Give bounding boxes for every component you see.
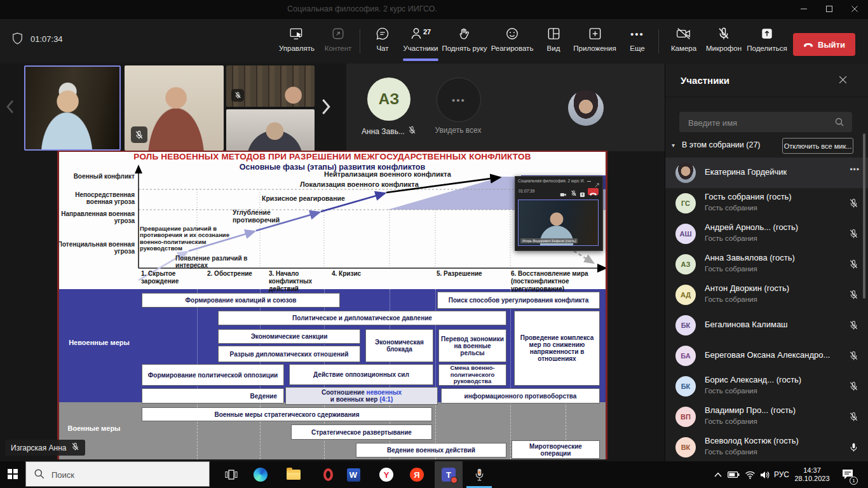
meeting-timer: 01:07:34: [31, 34, 63, 44]
mic-off-icon[interactable]: [849, 259, 858, 272]
toolbar-button-raise-hand-label: Поднять руку: [436, 44, 493, 52]
chevron-down-icon[interactable]: ▾: [672, 142, 675, 149]
toolbar-button-camera[interactable]: Камера: [665, 25, 703, 61]
language-indicator[interactable]: РУС: [774, 470, 789, 479]
avatar-photo[interactable]: [568, 90, 604, 126]
hangup-phone-icon: [803, 40, 813, 50]
participant-row[interactable]: БКБорис Александ... (гость)Гость собрани…: [665, 371, 868, 402]
speaker-icon[interactable]: [757, 467, 773, 482]
slide-border: [606, 151, 607, 459]
panel-scrollbar[interactable]: [863, 133, 865, 299]
participant-name: Гость собрания (гость): [705, 192, 792, 201]
video-tile-3[interactable]: [226, 65, 315, 107]
toolbar-button-view[interactable]: Вид: [539, 25, 568, 61]
pip-share-icon[interactable]: [580, 189, 585, 200]
avatar-anna-zavyalova[interactable]: АЗ: [367, 78, 410, 121]
task-view-icon[interactable]: [224, 467, 239, 482]
windows-taskbar: W Y Я T РУС 14:37 28.10.2023 1: [0, 461, 868, 488]
video-tile-speaker-1[interactable]: [24, 65, 121, 151]
start-button[interactable]: [8, 469, 18, 480]
pip-mic-off-icon[interactable]: [571, 188, 577, 200]
video-tile-4[interactable]: [226, 109, 315, 151]
slide-box-opposition-forming: Формирование политической оппозиции: [142, 364, 284, 386]
participant-avatar: АД: [675, 285, 696, 305]
toolbar-button-react-label: Реагировать: [487, 44, 538, 52]
slide-box-warfare: Ведение военных действий: [356, 443, 506, 458]
participant-name: Андрей Арноль... (гость): [705, 222, 798, 232]
filmstrip-next-icon[interactable]: [320, 98, 332, 118]
opera-browser-icon[interactable]: [320, 467, 336, 482]
participant-row[interactable]: БКБегалинова Калимаш: [665, 310, 868, 341]
window-minimize-button[interactable]: [799, 5, 808, 14]
recorder-app-icon[interactable]: [471, 467, 487, 482]
teams-taskbar-icon[interactable]: T: [435, 461, 463, 488]
video-tile-2[interactable]: [125, 65, 224, 151]
toolbar-button-apps[interactable]: Приложения: [568, 25, 621, 61]
pip-meeting-window[interactable]: Социальная философия. 2 курс И... 01:07:…: [515, 176, 603, 251]
filmstrip-prev-icon[interactable]: [5, 99, 15, 117]
action-center-icon[interactable]: 1: [840, 468, 855, 483]
participant-row[interactable]: ГСГость собрания (гость)Гость собрания: [665, 188, 868, 219]
participant-name: Бегалинова Калимаш: [705, 320, 788, 329]
mic-off-icon[interactable]: [849, 290, 858, 302]
window-close-button[interactable]: [850, 5, 859, 14]
toolbar-button-raise-hand[interactable]: Поднять руку: [436, 25, 493, 61]
yandex-icon[interactable]: Я: [409, 467, 424, 482]
see-all-button[interactable]: •••: [437, 78, 481, 122]
mic-off-icon[interactable]: [849, 412, 858, 424]
leave-button-label: Выйти: [818, 40, 845, 50]
participant-menu-button[interactable]: •••: [850, 165, 860, 174]
participants-count-badge: 27: [423, 28, 431, 36]
nonmilitary-label: Невоенные меры: [58, 339, 140, 346]
word-icon[interactable]: W: [346, 467, 361, 482]
participant-row[interactable]: ВПВладимир Про... (гость)Гость собрания: [665, 402, 868, 432]
file-explorer-icon[interactable]: [286, 467, 301, 482]
wifi-icon[interactable]: [742, 467, 757, 482]
toolbar-button-manage-label: Управлять: [275, 44, 318, 52]
participant-row[interactable]: АДАнтон Дворкин (гость)Гость собрания: [665, 280, 868, 310]
mic-off-icon[interactable]: [849, 198, 858, 211]
mic-off-icon[interactable]: [849, 351, 858, 363]
toolbar-button-manage[interactable]: Управлять: [275, 25, 318, 61]
mic-on-icon[interactable]: [849, 442, 858, 455]
mic-off-icon: [703, 27, 745, 42]
window-maximize-button[interactable]: [825, 5, 834, 14]
participant-row[interactable]: Екатерина Гордейчик•••: [665, 158, 868, 188]
pip-hangup-button[interactable]: [588, 188, 599, 195]
mic-off-icon[interactable]: [849, 320, 858, 333]
toolbar-button-react[interactable]: Реагировать: [487, 25, 538, 61]
toolbar-button-share[interactable]: Поделиться: [745, 25, 789, 61]
taskbar-clock[interactable]: 14:37 28.10.2023: [792, 466, 832, 483]
participant-row[interactable]: АШАндрей Арноль... (гость)Гость собрания: [665, 219, 868, 249]
participant-row[interactable]: ВКВсеволод Костюк (гость)Гость собрания: [665, 432, 868, 463]
participants-search-input[interactable]: [687, 112, 832, 133]
pip-minimize-icon[interactable]: [587, 181, 591, 182]
participant-name: Антон Дворкин (гость): [705, 283, 789, 293]
avatar-anna-label: Анна Завь...: [362, 127, 405, 136]
participants-panel: Участники ▾ В этом собрании (27) Отключи…: [665, 64, 868, 461]
toolbar-button-apps-label: Приложения: [568, 44, 621, 52]
battery-icon[interactable]: [726, 467, 741, 482]
participants-search-box: [679, 112, 852, 132]
participant-row[interactable]: АЗАнна Завьялова (гость)Гость собрания: [665, 249, 868, 280]
tray-expand-icon[interactable]: [710, 467, 726, 482]
mic-off-icon[interactable]: [849, 229, 858, 241]
participant-avatar: АШ: [675, 224, 696, 244]
yandex-browser-icon[interactable]: Y: [379, 467, 394, 482]
mic-off-icon[interactable]: [849, 381, 858, 394]
toolbar-button-more[interactable]: ••• Еще: [623, 25, 652, 61]
tile-mic-off-icon: [231, 89, 244, 102]
taskbar-search-input[interactable]: [50, 462, 199, 487]
leave-button[interactable]: Выйти: [793, 33, 855, 56]
edge-browser-icon[interactable]: [253, 467, 268, 482]
participant-subtitle: Гость собрания: [705, 234, 757, 242]
panel-divider: [665, 97, 868, 97]
participant-row[interactable]: БАБереговая Оксана Александро...: [665, 341, 868, 371]
pip-camera-icon[interactable]: [560, 189, 567, 200]
toolbar-button-chat[interactable]: Чат: [367, 25, 398, 61]
panel-close-icon[interactable]: [838, 75, 848, 87]
slide-box-deterrence: Военные меры стратегического сдерживания: [142, 407, 432, 421]
toolbar-button-more-label: Еще: [623, 44, 652, 52]
mute-all-button[interactable]: Отключить все мик...: [782, 138, 853, 154]
toolbar-button-mic[interactable]: Микрофон: [703, 25, 745, 61]
